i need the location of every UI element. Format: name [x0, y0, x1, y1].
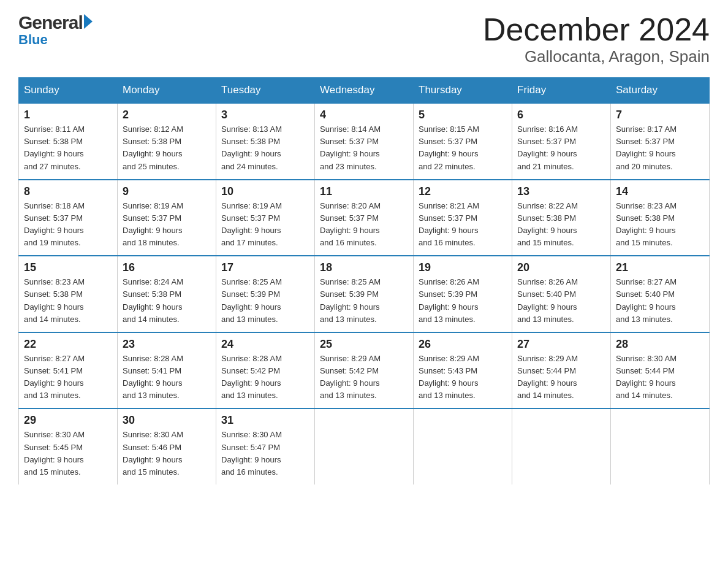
- day-number: 24: [221, 338, 309, 351]
- day-sunrise: Sunrise: 8:22 AM: [517, 201, 578, 210]
- col-header-saturday: Saturday: [611, 78, 710, 104]
- day-cell-2: 2 Sunrise: 8:12 AM Sunset: 5:38 PM Dayli…: [118, 103, 216, 180]
- day-number: 20: [517, 261, 605, 274]
- day-number: 28: [616, 338, 704, 351]
- day-daylight: Daylight: 9 hoursand 13 minutes.: [221, 302, 281, 324]
- empty-cell: [315, 408, 414, 484]
- day-sunrise: Sunrise: 8:30 AM: [616, 354, 677, 363]
- day-number: 14: [616, 185, 704, 198]
- day-daylight: Daylight: 9 hoursand 22 minutes.: [419, 149, 479, 170]
- day-sunset: Sunset: 5:39 PM: [221, 289, 280, 299]
- day-sunrise: Sunrise: 8:27 AM: [616, 277, 677, 286]
- day-number: 22: [24, 338, 112, 351]
- day-cell-7: 7 Sunrise: 8:17 AM Sunset: 5:37 PM Dayli…: [611, 103, 710, 180]
- day-sunset: Sunset: 5:41 PM: [123, 366, 181, 375]
- day-number: 9: [123, 185, 211, 198]
- day-cell-14: 14 Sunrise: 8:23 AM Sunset: 5:38 PM Dayl…: [611, 180, 710, 256]
- day-daylight: Daylight: 9 hoursand 17 minutes.: [221, 226, 281, 247]
- day-daylight: Daylight: 9 hoursand 27 minutes.: [24, 149, 84, 170]
- day-number: 29: [24, 414, 112, 427]
- day-cell-6: 6 Sunrise: 8:16 AM Sunset: 5:37 PM Dayli…: [512, 103, 611, 180]
- page-header: General Blue December 2024 Gallocanta, A…: [18, 12, 710, 66]
- day-sunset: Sunset: 5:37 PM: [221, 213, 280, 223]
- day-sunset: Sunset: 5:41 PM: [24, 366, 83, 375]
- day-daylight: Daylight: 9 hoursand 14 minutes.: [123, 302, 183, 324]
- day-cell-10: 10 Sunrise: 8:19 AM Sunset: 5:37 PM Dayl…: [216, 180, 315, 256]
- day-number: 25: [320, 338, 408, 351]
- day-sunrise: Sunrise: 8:29 AM: [517, 354, 578, 363]
- day-sunrise: Sunrise: 8:28 AM: [123, 354, 183, 363]
- calendar-header-row: SundayMondayTuesdayWednesdayThursdayFrid…: [19, 78, 710, 104]
- day-sunrise: Sunrise: 8:24 AM: [123, 277, 183, 286]
- day-cell-13: 13 Sunrise: 8:22 AM Sunset: 5:38 PM Dayl…: [512, 180, 611, 256]
- day-sunset: Sunset: 5:37 PM: [320, 137, 379, 146]
- day-daylight: Daylight: 9 hoursand 14 minutes.: [517, 378, 577, 400]
- day-sunrise: Sunrise: 8:11 AM: [24, 124, 85, 134]
- day-daylight: Daylight: 9 hoursand 13 minutes.: [320, 378, 380, 400]
- day-sunrise: Sunrise: 8:26 AM: [517, 277, 578, 286]
- day-sunset: Sunset: 5:45 PM: [24, 443, 83, 452]
- day-daylight: Daylight: 9 hoursand 13 minutes.: [24, 378, 84, 400]
- day-number: 3: [221, 109, 309, 121]
- day-daylight: Daylight: 9 hoursand 16 minutes.: [221, 455, 281, 477]
- day-cell-23: 23 Sunrise: 8:28 AM Sunset: 5:41 PM Dayl…: [118, 332, 216, 409]
- day-sunset: Sunset: 5:38 PM: [517, 213, 576, 223]
- week-row-2: 8 Sunrise: 8:18 AM Sunset: 5:37 PM Dayli…: [19, 180, 710, 256]
- day-cell-22: 22 Sunrise: 8:27 AM Sunset: 5:41 PM Dayl…: [19, 332, 118, 409]
- day-daylight: Daylight: 9 hoursand 13 minutes.: [419, 378, 479, 400]
- day-sunrise: Sunrise: 8:20 AM: [320, 201, 381, 210]
- day-daylight: Daylight: 9 hoursand 21 minutes.: [517, 149, 577, 170]
- col-header-tuesday: Tuesday: [216, 78, 315, 104]
- day-sunset: Sunset: 5:39 PM: [320, 289, 379, 299]
- day-sunset: Sunset: 5:38 PM: [123, 137, 181, 146]
- day-daylight: Daylight: 9 hoursand 14 minutes.: [616, 378, 676, 400]
- day-cell-31: 31 Sunrise: 8:30 AM Sunset: 5:47 PM Dayl…: [216, 408, 315, 484]
- week-row-1: 1 Sunrise: 8:11 AM Sunset: 5:38 PM Dayli…: [19, 103, 710, 180]
- col-header-friday: Friday: [512, 78, 611, 104]
- day-sunrise: Sunrise: 8:29 AM: [320, 354, 381, 363]
- day-number: 7: [616, 109, 704, 121]
- day-sunset: Sunset: 5:43 PM: [419, 366, 477, 375]
- day-daylight: Daylight: 9 hoursand 15 minutes.: [517, 226, 577, 247]
- day-sunset: Sunset: 5:46 PM: [123, 443, 181, 452]
- day-number: 18: [320, 261, 408, 274]
- day-number: 2: [123, 109, 211, 121]
- empty-cell: [512, 408, 611, 484]
- week-row-4: 22 Sunrise: 8:27 AM Sunset: 5:41 PM Dayl…: [19, 332, 710, 409]
- day-daylight: Daylight: 9 hoursand 19 minutes.: [24, 226, 84, 247]
- day-cell-17: 17 Sunrise: 8:25 AM Sunset: 5:39 PM Dayl…: [216, 256, 315, 332]
- day-daylight: Daylight: 9 hoursand 15 minutes.: [616, 226, 676, 247]
- day-cell-29: 29 Sunrise: 8:30 AM Sunset: 5:45 PM Dayl…: [19, 408, 118, 484]
- day-daylight: Daylight: 9 hoursand 13 minutes.: [320, 302, 380, 324]
- col-header-wednesday: Wednesday: [315, 78, 414, 104]
- day-number: 31: [221, 414, 309, 427]
- day-cell-15: 15 Sunrise: 8:23 AM Sunset: 5:38 PM Dayl…: [19, 256, 118, 332]
- day-daylight: Daylight: 9 hoursand 15 minutes.: [24, 455, 84, 477]
- day-daylight: Daylight: 9 hoursand 23 minutes.: [320, 149, 380, 170]
- day-sunrise: Sunrise: 8:21 AM: [419, 201, 479, 210]
- day-sunrise: Sunrise: 8:13 AM: [221, 124, 282, 134]
- day-cell-26: 26 Sunrise: 8:29 AM Sunset: 5:43 PM Dayl…: [414, 332, 512, 409]
- day-daylight: Daylight: 9 hoursand 15 minutes.: [123, 455, 183, 477]
- day-daylight: Daylight: 9 hoursand 18 minutes.: [123, 226, 183, 247]
- day-number: 26: [419, 338, 507, 351]
- empty-cell: [611, 408, 710, 484]
- day-cell-24: 24 Sunrise: 8:28 AM Sunset: 5:42 PM Dayl…: [216, 332, 315, 409]
- day-number: 16: [123, 261, 211, 274]
- day-cell-27: 27 Sunrise: 8:29 AM Sunset: 5:44 PM Dayl…: [512, 332, 611, 409]
- day-sunset: Sunset: 5:38 PM: [24, 137, 83, 146]
- day-number: 1: [24, 109, 112, 121]
- day-number: 6: [517, 109, 605, 121]
- day-cell-25: 25 Sunrise: 8:29 AM Sunset: 5:42 PM Dayl…: [315, 332, 414, 409]
- day-cell-20: 20 Sunrise: 8:26 AM Sunset: 5:40 PM Dayl…: [512, 256, 611, 332]
- logo-blue-text: Blue: [18, 32, 48, 48]
- day-sunset: Sunset: 5:37 PM: [320, 213, 379, 223]
- day-sunset: Sunset: 5:37 PM: [419, 213, 477, 223]
- day-sunset: Sunset: 5:37 PM: [24, 213, 83, 223]
- day-cell-3: 3 Sunrise: 8:13 AM Sunset: 5:38 PM Dayli…: [216, 103, 315, 180]
- logo-arrow-icon: [84, 14, 93, 29]
- day-sunrise: Sunrise: 8:25 AM: [320, 277, 381, 286]
- day-sunrise: Sunrise: 8:15 AM: [419, 124, 479, 134]
- day-sunset: Sunset: 5:38 PM: [221, 137, 280, 146]
- day-number: 11: [320, 185, 408, 198]
